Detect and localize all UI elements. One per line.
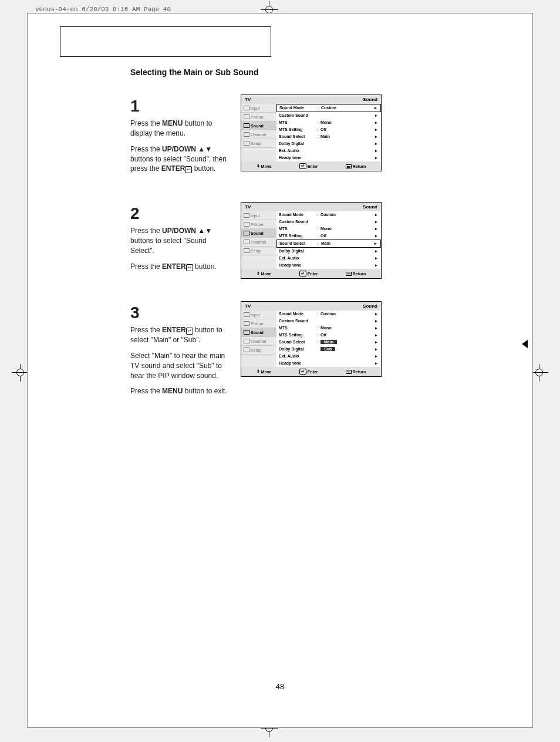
osd-row: Sound Select:Main▸ (276, 339, 381, 346)
osd-title-right: Sound (363, 97, 377, 102)
osd-row: MTS Setting:Off▸ (276, 332, 381, 339)
osd-row: Dolby DigitalSub▸ (276, 346, 381, 353)
nav-icon (244, 312, 249, 317)
osd-nav: Input Picture Sound Channel Setup (241, 211, 276, 269)
osd-nav-item: Input (241, 311, 276, 319)
nav-icon (244, 222, 249, 227)
step-3: 3 Press the ENTER↵ button to select "Mai… (130, 301, 436, 402)
osd-row: MTS Setting:Off▸ (276, 232, 381, 240)
step-text: Press the MENU button to exit. (130, 386, 230, 396)
osd-row: Custom Sound▸ (276, 318, 381, 325)
step-text: Press the UP/DOWN ▲▼ buttons to select "… (130, 226, 230, 255)
nav-icon (244, 330, 249, 335)
nav-icon (244, 348, 249, 352)
page-number: 48 (60, 682, 500, 691)
empty-header-box (60, 26, 271, 57)
osd-row: Headphone▸ (276, 360, 381, 367)
step-text: Select "Main" to hear the main TV sound … (130, 351, 230, 380)
osd-row: MTS:Mono▸ (276, 119, 381, 126)
nav-icon (244, 141, 249, 146)
osd-nav-item: Setup (241, 247, 276, 255)
registration-mark-right (531, 364, 548, 382)
step-number: 1 (130, 95, 230, 117)
osd-row: Dolby Digital▸ (276, 140, 381, 147)
osd-title-left: TV (245, 204, 251, 210)
osd-nav-item: Picture (241, 319, 276, 328)
step-number: 2 (130, 202, 230, 225)
steps-container: 1 Press the MENU button to display the m… (130, 95, 436, 402)
osd-row: MTS Setting:Off▸ (276, 126, 381, 133)
nav-icon (244, 106, 249, 110)
osd-row: Ext. Audio▸ (276, 255, 381, 262)
osd-footer: ⇕ Move ↵ Enter Return (241, 161, 381, 171)
step-text: Press the UP/DOWN ▲▼ buttons to select "… (130, 144, 230, 174)
option-sub: Sub (321, 347, 335, 351)
nav-icon (244, 132, 249, 137)
nav-icon (244, 213, 249, 218)
nav-icon (244, 123, 249, 128)
print-header: venus-04-en 6/28/03 8:16 AM Page 48 (35, 6, 171, 13)
step-text: Press the ENTER↵ button. (130, 262, 230, 272)
nav-icon (244, 339, 249, 343)
osd-nav-item: Channel (241, 130, 276, 139)
option-main: Main (321, 340, 337, 344)
osd-nav-item: Sound (241, 229, 276, 238)
osd-nav-item: Setup (241, 139, 276, 148)
page-frame: Selecting the Main or Sub Sound 1 Press … (27, 13, 533, 728)
nav-icon (244, 231, 249, 235)
osd-title-right: Sound (363, 204, 377, 210)
nav-icon (244, 240, 249, 244)
osd-row: Sound Mode:Custom▸ (276, 311, 381, 318)
osd-nav-item: Picture (241, 220, 276, 229)
osd-nav-item: Setup (241, 346, 276, 355)
side-arrow-icon (522, 340, 528, 348)
osd-row: Sound Mode:Custom▸ (276, 104, 381, 112)
osd-row: MTS:Mono▸ (276, 325, 381, 332)
osd-screenshot-1: TV Sound Input Picture Sound Channel Set… (241, 95, 382, 171)
osd-footer: ⇕ Move ↵ Enter Return (241, 269, 381, 278)
osd-footer: ⇕ Move ↵ Enter Return (241, 367, 381, 376)
osd-nav-item: Channel (241, 238, 276, 247)
osd-nav-item: Channel (241, 337, 276, 346)
osd-nav: Input Picture Sound Channel Setup (241, 311, 276, 367)
osd-row: Sound Select:Main▸ (276, 240, 381, 248)
osd-row: Headphone▸ (276, 262, 381, 269)
osd-nav-item: Input (241, 104, 276, 113)
osd-nav-item: Sound (241, 122, 276, 130)
osd-nav: Input Picture Sound Channel Setup (241, 104, 276, 161)
osd-nav-item: Picture (241, 113, 276, 122)
osd-row: Ext. Audio▸ (276, 353, 381, 360)
osd-row: Sound Mode:Custom▸ (276, 211, 381, 218)
osd-list: Sound Mode:Custom▸Custom Sound▸MTS:Mono▸… (276, 104, 381, 161)
osd-row: Custom Sound▸ (276, 218, 381, 225)
osd-row: Dolby Digital▸ (276, 248, 381, 255)
osd-title-left: TV (245, 303, 251, 309)
osd-row: Sound Select:Main▸ (276, 133, 381, 140)
osd-list: Sound Mode:Custom▸Custom Sound▸MTS:Mono▸… (276, 311, 381, 367)
osd-title-left: TV (245, 97, 251, 102)
step-text: Press the MENU button to display the men… (130, 119, 230, 139)
osd-row: Headphone▸ (276, 154, 381, 161)
section-title: Selecting the Main or Sub Sound (130, 68, 500, 77)
nav-icon (244, 248, 249, 253)
osd-row: MTS:Mono▸ (276, 225, 381, 232)
nav-icon (244, 321, 249, 326)
osd-screenshot-2: TV Sound Input Picture Sound Channel Set… (241, 202, 382, 279)
nav-icon (244, 114, 249, 119)
step-2: 2 Press the UP/DOWN ▲▼ buttons to select… (130, 202, 436, 279)
step-1: 1 Press the MENU button to display the m… (130, 95, 436, 180)
osd-title-right: Sound (363, 303, 377, 309)
osd-nav-item: Sound (241, 328, 276, 337)
step-text: Press the ENTER↵ button to select "Main"… (130, 325, 230, 345)
osd-nav-item: Input (241, 211, 276, 220)
osd-row: Ext. Audio▸ (276, 147, 381, 154)
osd-row: Custom Sound▸ (276, 112, 381, 119)
step-number: 3 (130, 301, 230, 324)
osd-list: Sound Mode:Custom▸Custom Sound▸MTS:Mono▸… (276, 211, 381, 269)
osd-screenshot-3: TV Sound Input Picture Sound Channel Set… (241, 301, 382, 377)
